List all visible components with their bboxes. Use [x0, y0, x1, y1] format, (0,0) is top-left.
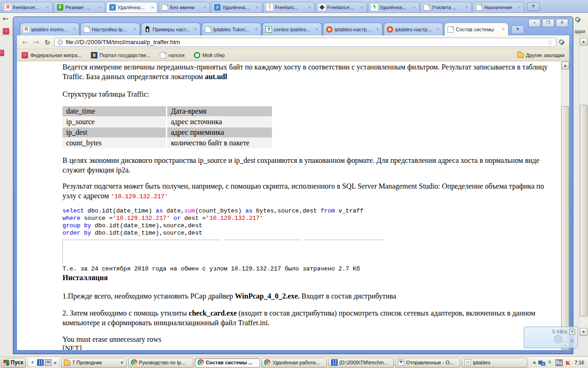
scroll-up-icon[interactable]: ▲ — [580, 38, 588, 46]
desktop-icon[interactable] — [45, 359, 51, 366]
tab-close-icon[interactable]: × — [46, 5, 50, 10]
outer-scrollbar[interactable]: ▲ ▼ — [579, 38, 588, 336]
bookmark-label: Мой сбер — [203, 52, 225, 58]
bookmark-item-2[interactable]: Портал государстве... — [91, 52, 151, 58]
address-url[interactable]: file:///D:/2009/TM/tmcl/manual/p_traffer… — [66, 39, 545, 46]
document-body: Ведется измерение величины переданных-пр… — [17, 61, 561, 350]
taskbar-button-6[interactable]: Отправленные - О... — [395, 358, 460, 368]
taskbar-button-4[interactable]: Удалённая работа... — [261, 358, 327, 368]
tab-close-icon[interactable]: × — [255, 5, 259, 10]
page-content: Ведется измерение величины переданных-пр… — [17, 61, 569, 350]
scroll-thumb[interactable] — [561, 106, 569, 342]
restore-button[interactable]: ❐ — [542, 19, 554, 27]
bold-text: check_card.exe — [189, 309, 237, 317]
columns-icon[interactable] — [37, 359, 44, 366]
address-bar[interactable]: file:///D:/2009/TM/tmcl/manual/p_traffer… — [54, 38, 556, 47]
download-speed-overlay: 5 KB/s ▼ ✕ — [524, 327, 578, 348]
inner-tab-5[interactable]: ?centos ipables...× — [262, 23, 322, 35]
taskbar-button-3[interactable]: Состав системы ... — [195, 358, 260, 368]
scroll-thumb[interactable] — [580, 105, 588, 316]
bookmark-star-icon[interactable]: ☆ — [547, 39, 553, 46]
outer-tab-5[interactable]: УУдалённа...× — [211, 2, 262, 12]
tab-label: Состав системы — [456, 27, 500, 32]
back-button[interactable]: ← — [21, 39, 29, 46]
ie-icon[interactable]: e — [29, 359, 36, 366]
outer-tab-9[interactable]: Утилита ...× — [420, 2, 472, 12]
tab-close-icon[interactable]: × — [308, 5, 311, 10]
tab-close-icon[interactable]: × — [465, 5, 469, 10]
scroll-up-icon[interactable]: ▲ — [561, 62, 569, 69]
minimize-button[interactable]: – — [528, 19, 541, 27]
tab-close-icon[interactable]: × — [413, 5, 416, 10]
inner-tab-7[interactable]: iptables-настр...× — [384, 23, 443, 35]
emblem-icon[interactable] — [3, 28, 9, 34]
bookmark-item-1[interactable]: Федеральная мигра... — [22, 52, 82, 58]
inner-tab-2[interactable]: Настройка Ip...× — [80, 23, 140, 35]
connection-icon[interactable]: ϟ — [547, 359, 553, 366]
inner-tab-1[interactable]: Яiptables insmo...× — [20, 23, 79, 35]
close-button[interactable]: ✕ — [556, 19, 568, 27]
tab-close-icon[interactable]: × — [203, 5, 207, 10]
outer-tab-2[interactable]: FРезюме: ...× — [54, 2, 105, 12]
taskbar-button-1[interactable]: 7 Проводник▼ — [61, 358, 126, 368]
tab-close-icon[interactable]: × — [436, 27, 440, 32]
new-tab-button[interactable]: + — [511, 25, 524, 34]
tab-close-icon[interactable]: × — [517, 5, 521, 10]
tab-label: freelancer... — [13, 5, 44, 10]
sql-token: bytes,source,dest — [256, 207, 320, 214]
outer-tab-1[interactable]: Яfreelancer...× — [1, 2, 53, 12]
outer-tab-8[interactable]: ϟУдалённа...× — [368, 2, 419, 12]
new-tab-button[interactable]: + — [527, 2, 540, 11]
tab-close-icon[interactable]: × — [360, 5, 364, 10]
tab-label: Удалённа... — [222, 5, 254, 10]
bookmark-item-4[interactable]: Мой сбер — [194, 52, 225, 58]
tab-close-icon[interactable]: × — [315, 27, 319, 32]
taskbar-button-7[interactable]: iptables — [462, 358, 527, 368]
tab-close-icon[interactable]: × — [502, 27, 505, 32]
dropdown-arrow-icon[interactable]: ▼ — [120, 361, 124, 365]
outer-tab-3[interactable]: УУдалённа...× — [106, 2, 158, 12]
tab-close-icon[interactable]: × — [73, 27, 76, 32]
scroll-down-icon[interactable]: ▼ — [580, 328, 588, 336]
content-scrollbar[interactable]: ▲ ▼ — [561, 61, 569, 350]
tab-close-icon[interactable]: × — [133, 27, 137, 32]
inner-tab-6[interactable]: iptables-настр...× — [323, 23, 383, 35]
table-cell-description: адрес источника — [167, 117, 272, 127]
quick-launch-chevron-icon[interactable]: » — [53, 360, 57, 365]
sql-token: where — [62, 215, 84, 222]
reload-button[interactable]: ↻ — [43, 39, 51, 46]
outer-tab-6[interactable]: fFreelanc...× — [263, 2, 315, 12]
traffic-table: date_timeДата-времяip_sourceадрес источн… — [62, 106, 549, 148]
outer-tab-10[interactable]: Назначение× — [473, 2, 524, 12]
tray-chevron-icon[interactable]: « — [533, 359, 536, 366]
chrome-icon — [198, 359, 204, 366]
taskbar-button-5[interactable]: {D:\2009\TM\tmcl\m... — [328, 358, 394, 368]
other-bookmarks-button[interactable]: Другие закладки — [517, 52, 565, 58]
taskbar-button-2[interactable]: Руководство по Ip... — [128, 358, 193, 368]
bookmark-label: налоги — [169, 52, 185, 58]
doc-icon — [160, 52, 166, 58]
kaspersky-icon[interactable]: K — [565, 360, 571, 366]
tab-close-icon[interactable]: × — [98, 5, 102, 10]
back-arrow-icon[interactable]: ← — [2, 15, 8, 23]
folder-icon — [64, 361, 70, 366]
tab-close-icon[interactable]: × — [151, 5, 154, 10]
tab-close-icon[interactable]: × — [376, 27, 379, 32]
inner-tab-8[interactable]: Состав системы× — [444, 23, 509, 35]
wrench-menu-icon[interactable] — [559, 39, 565, 46]
wrench-icon[interactable] — [575, 17, 582, 23]
overlay-close-icon[interactable]: ✕ — [570, 338, 575, 344]
inner-tab-3[interactable]: Примеры наст...× — [141, 23, 201, 35]
inner-tab-4[interactable]: Iptables Tutori...× — [202, 23, 261, 35]
outer-tab-4[interactable]: Без имени× — [158, 2, 210, 12]
outer-tab-7[interactable]: Freelance...× — [316, 2, 367, 12]
forward-button[interactable]: → — [32, 39, 41, 46]
language-indicator[interactable]: Ru — [555, 359, 563, 366]
tab-close-icon[interactable]: × — [254, 27, 258, 32]
tab-close-icon[interactable]: × — [194, 27, 198, 32]
network-icon[interactable] — [538, 359, 545, 366]
start-button[interactable]: Пуск — [1, 358, 26, 368]
sql-token: select — [62, 207, 88, 214]
bold-text: aut.udl — [205, 73, 227, 80]
bookmark-item-3[interactable]: налоги — [160, 52, 185, 58]
